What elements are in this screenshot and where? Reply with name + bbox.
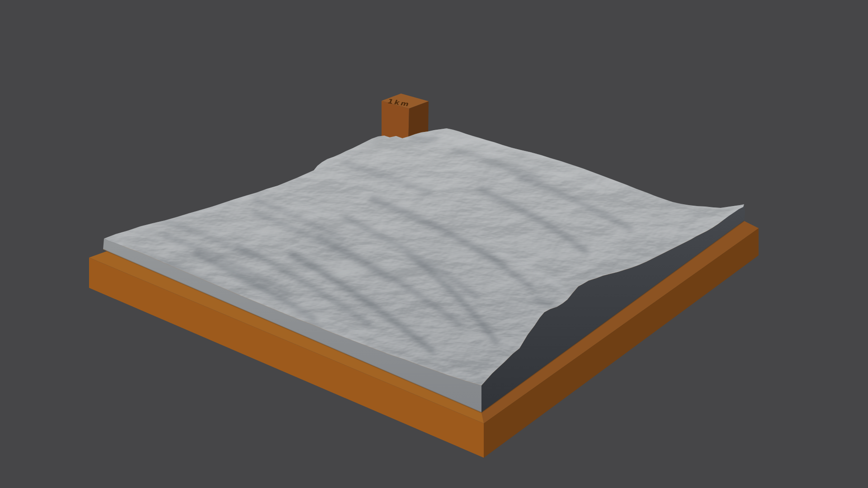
terrain-3d-viewport[interactable]: 1km <box>0 0 868 488</box>
